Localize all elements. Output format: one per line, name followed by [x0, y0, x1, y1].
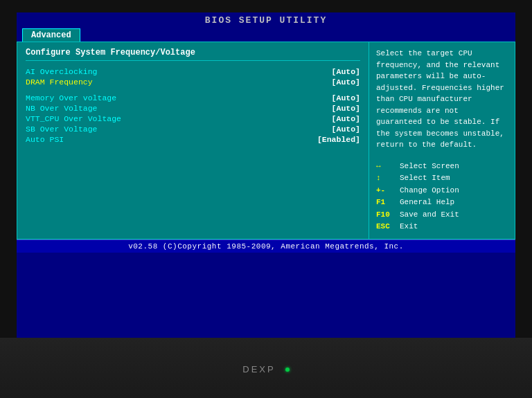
auto-psi-value: [Enabled]	[317, 135, 360, 144]
shortcut-desc-select-screen: Select Screen	[400, 161, 459, 173]
bezel-inner: DEXP	[242, 364, 289, 374]
tab-advanced[interactable]: Advanced	[22, 28, 80, 42]
menu-item-ai-overclocking[interactable]: AI Overclocking [Auto]	[26, 66, 360, 77]
nb-over-voltage-label: NB Over Voltage	[26, 104, 98, 113]
tab-row: Advanced	[17, 28, 515, 42]
shortcut-key-arrows-lr: ↔	[376, 161, 400, 173]
shortcut-general-help: F1 General Help	[376, 197, 508, 209]
power-led	[285, 368, 290, 372]
shortcut-desc-general-help: General Help	[400, 197, 454, 209]
memory-over-voltage-label: Memory Over voltage	[26, 93, 116, 102]
shortcut-key-esc: ESC	[376, 221, 400, 233]
ai-overclocking-value: [Auto]	[332, 67, 360, 76]
shortcut-desc-esc: Exit	[400, 221, 418, 233]
shortcut-select-screen: ↔ Select Screen	[376, 161, 508, 173]
status-bar-text: v02.58 (C)Copyright 1985-2009, American …	[128, 242, 404, 251]
shortcut-key-plus-minus: +-	[376, 185, 400, 197]
shortcut-desc-change-option: Change Option	[400, 185, 459, 197]
monitor-bezel-bottom: DEXP	[0, 338, 532, 398]
bios-screen: BIOS SETUP UTILITY Advanced Configure Sy…	[17, 12, 515, 338]
menu-item-sb-over-voltage[interactable]: SB Over Voltage [Auto]	[26, 124, 360, 134]
sb-over-voltage-value: [Auto]	[332, 125, 360, 134]
menu-item-auto-psi[interactable]: Auto PSI [Enabled]	[26, 134, 360, 145]
menu-item-dram-frequency[interactable]: DRAM Frequency [Auto]	[26, 77, 360, 87]
shortcut-desc-select-item: Select Item	[400, 172, 450, 185]
dram-frequency-value: [Auto]	[332, 78, 360, 87]
shortcuts-list: ↔ Select Screen ↕ Select Item +- Change …	[376, 161, 508, 234]
ai-overclocking-label: AI Overclocking	[26, 67, 98, 76]
shortcut-key-f1: F1	[376, 197, 400, 209]
memory-over-voltage-value: [Auto]	[332, 93, 360, 102]
bios-title-bar: BIOS SETUP UTILITY	[17, 12, 515, 28]
vtt-cpu-over-voltage-value: [Auto]	[332, 114, 360, 123]
shortcut-desc-save-exit: Save and Exit	[400, 209, 459, 221]
menu-item-nb-over-voltage[interactable]: NB Over Voltage [Auto]	[26, 103, 360, 114]
bios-title: BIOS SETUP UTILITY	[205, 15, 327, 26]
brand-label: DEXP	[242, 364, 275, 374]
vtt-cpu-over-voltage-label: VTT_CPU Over Voltage	[26, 114, 121, 123]
right-panel: Select the target CPU frequency, and the…	[369, 42, 515, 239]
shortcut-key-arrows-ud: ↕	[376, 172, 400, 185]
shortcut-key-f10: F10	[376, 209, 400, 221]
help-text: Select the target CPU frequency, and the…	[376, 48, 508, 151]
shortcut-change-option: +- Change Option	[376, 185, 508, 197]
shortcut-select-item: ↕ Select Item	[376, 172, 508, 185]
shortcut-esc-exit: ESC Exit	[376, 221, 508, 233]
content-area: Configure System Frequency/Voltage AI Ov…	[17, 42, 515, 239]
menu-item-memory-over-voltage[interactable]: Memory Over voltage [Auto]	[26, 93, 360, 103]
nb-over-voltage-value: [Auto]	[332, 104, 360, 113]
shortcut-save-exit: F10 Save and Exit	[376, 209, 508, 221]
left-panel: Configure System Frequency/Voltage AI Ov…	[17, 42, 369, 239]
status-bar: v02.58 (C)Copyright 1985-2009, American …	[17, 239, 515, 253]
dram-frequency-label: DRAM Frequency	[26, 78, 93, 87]
menu-item-vtt-cpu-over-voltage[interactable]: VTT_CPU Over Voltage [Auto]	[26, 114, 360, 124]
section-title: Configure System Frequency/Voltage	[26, 48, 360, 61]
monitor: BIOS SETUP UTILITY Advanced Configure Sy…	[0, 0, 532, 398]
sb-over-voltage-label: SB Over Voltage	[26, 125, 98, 134]
auto-psi-label: Auto PSI	[26, 135, 64, 144]
